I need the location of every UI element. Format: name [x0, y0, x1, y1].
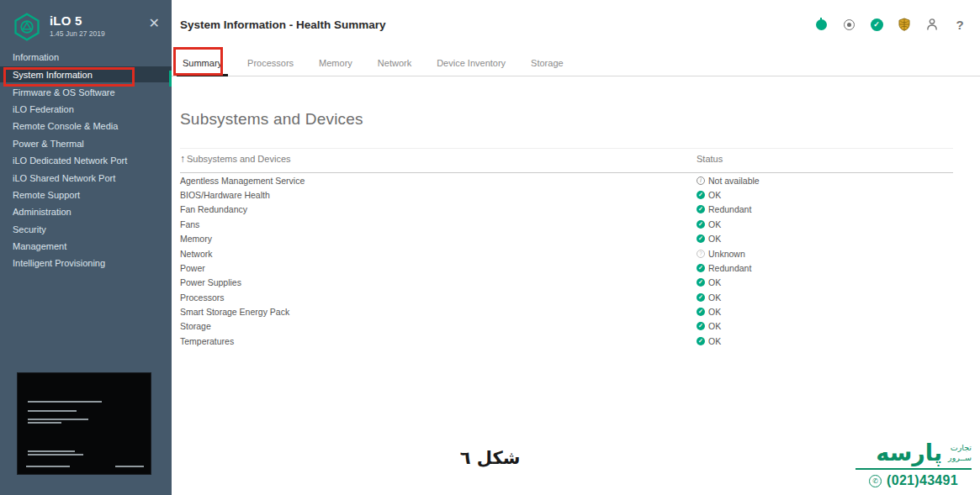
table-row-bios-hardware-health: BIOS/Hardware Health✓OK — [180, 187, 953, 202]
status-cell: ✓Redundant — [697, 204, 953, 214]
status-label: OK — [708, 234, 721, 244]
console-text-line — [28, 450, 75, 452]
sidebar-item-remote-console-media[interactable]: Remote Console & Media — [0, 118, 172, 134]
subsystem-name: Fans — [180, 217, 697, 231]
status-label: OK — [708, 219, 721, 229]
status-ok-icon: ✓ — [697, 264, 705, 272]
tab-summary[interactable]: Summary — [180, 50, 225, 76]
power-status-icon[interactable] — [814, 18, 828, 31]
console-text-line — [115, 466, 144, 467]
table-row-smart-storage-energy-pack: Smart Storage Energy Pack✓OK — [180, 304, 953, 319]
subsystem-name: BIOS/Hardware Health — [180, 187, 697, 202]
tab-memory[interactable]: Memory — [316, 50, 355, 76]
console-text-line — [28, 401, 102, 403]
section-title: Subsystems and Devices — [180, 110, 980, 129]
sidebar-item-information[interactable]: Information — [0, 49, 172, 66]
table-row-fans: Fans✓OK — [180, 217, 953, 231]
table-row-temperatures: Temperatures✓OK — [180, 334, 953, 348]
table-row-power-supplies: Power Supplies✓OK — [180, 276, 953, 290]
parse-server-logo: پارسه تجارت ســرور ✆ (021)43491 — [856, 440, 972, 488]
remote-console-thumbnail[interactable] — [17, 372, 151, 475]
tab-storage[interactable]: Storage — [528, 50, 566, 76]
tab-bar: SummaryProcessorsMemoryNetworkDevice Inv… — [172, 50, 980, 76]
subsystem-name: Network — [180, 246, 697, 261]
console-text-line — [28, 454, 83, 456]
status-cell: ✓OK — [697, 234, 953, 244]
subsystem-name: Fan Redundancy — [180, 203, 697, 217]
page-title: System Information - Health Summary — [180, 18, 386, 31]
tab-processors[interactable]: Processors — [245, 50, 296, 76]
status-label: Unknown — [708, 249, 745, 259]
subsystem-name: Storage — [180, 319, 697, 334]
security-shield-icon[interactable] — [898, 18, 911, 31]
status-label: OK — [708, 292, 721, 303]
status-cell: iNot available — [697, 176, 953, 186]
status-ok-icon: ✓ — [697, 293, 705, 302]
status-cell: ✓OK — [697, 219, 953, 229]
uid-indicator-icon[interactable] — [842, 18, 856, 31]
status-label: Redundant — [708, 263, 751, 273]
table-row-agentless-management-service: Agentless Management ServiceiNot availab… — [180, 173, 953, 188]
column-header-subsystems[interactable]: ↑Subsystems and Devices — [180, 149, 697, 173]
subsystems-table: ↑Subsystems and Devices Status Agentless… — [180, 148, 953, 349]
status-cell: ✓OK — [697, 336, 953, 346]
status-ok-icon: ✓ — [697, 234, 705, 243]
status-ok-icon: ✓ — [697, 308, 705, 316]
tab-device-inventory[interactable]: Device Inventory — [434, 50, 508, 76]
subsystem-name: Processors — [180, 290, 697, 304]
ilo5-app-window: iLO 5 1.45 Jun 27 2019 ✕ InformationSyst… — [0, 0, 980, 495]
status-label: OK — [708, 336, 721, 346]
health-ok-icon[interactable]: ✓ — [870, 18, 883, 31]
sidebar-item-system-information[interactable]: System Information — [0, 66, 172, 82]
sidebar-item-power-thermal[interactable]: Power & Thermal — [0, 135, 172, 152]
ilo-hexagon-logo-icon — [12, 12, 42, 42]
brand-tagline: تجارت ســرور — [948, 443, 972, 463]
sidebar-item-management[interactable]: Management — [0, 238, 172, 255]
status-cell: ?Unknown — [697, 249, 953, 259]
tab-network[interactable]: Network — [375, 50, 414, 76]
console-text-line — [28, 410, 77, 412]
phone-number: (021)43491 — [887, 473, 958, 488]
status-cell: ✓Redundant — [697, 263, 953, 273]
sidebar-item-ilo-dedicated-network-port[interactable]: iLO Dedicated Network Port — [0, 152, 172, 169]
sidebar-item-intelligent-provisioning[interactable]: Intelligent Provisioning — [0, 255, 172, 271]
status-ok-icon: ✓ — [697, 205, 705, 213]
table-row-storage: Storage✓OK — [180, 319, 953, 334]
console-text-line — [28, 419, 88, 420]
status-cell: ✓OK — [697, 190, 953, 200]
sidebar-item-ilo-shared-network-port[interactable]: iLO Shared Network Port — [0, 169, 172, 186]
status-label: Not available — [708, 176, 760, 186]
sidebar-item-remote-support[interactable]: Remote Support — [0, 187, 172, 203]
status-cell: ✓OK — [697, 277, 953, 287]
user-icon[interactable] — [925, 18, 939, 31]
sidebar: iLO 5 1.45 Jun 27 2019 ✕ InformationSyst… — [0, 0, 172, 495]
subsystem-name: Memory — [180, 232, 697, 246]
subsystem-name: Smart Storage Energy Pack — [180, 304, 697, 319]
sidebar-item-ilo-federation[interactable]: iLO Federation — [0, 101, 172, 118]
table-row-fan-redundancy: Fan Redundancy✓Redundant — [180, 203, 953, 217]
header-icon-bar: ✓ ? — [814, 18, 967, 31]
status-cell: ✓OK — [697, 292, 953, 303]
sidebar-item-administration[interactable]: Administration — [0, 203, 172, 220]
sidebar-header: iLO 5 1.45 Jun 27 2019 ✕ — [0, 0, 172, 50]
phone-icon: ✆ — [869, 475, 882, 487]
table-row-processors: Processors✓OK — [180, 290, 953, 304]
table-row-power: Power✓Redundant — [180, 261, 953, 275]
status-label: OK — [708, 307, 721, 317]
subsystem-name: Agentless Management Service — [180, 173, 697, 188]
brand-phone-row: ✆ (021)43491 — [856, 473, 972, 488]
console-text-line — [28, 422, 61, 424]
help-icon[interactable]: ? — [953, 18, 967, 31]
sidebar-item-firmware-os-software[interactable]: Firmware & OS Software — [0, 83, 172, 100]
console-text-line — [26, 466, 70, 467]
sidebar-item-security[interactable]: Security — [0, 221, 172, 238]
table-row-network: Network?Unknown — [180, 246, 953, 261]
subsystem-name: Temperatures — [180, 334, 697, 348]
subsystem-name: Power Supplies — [180, 276, 697, 290]
close-sidebar-icon[interactable]: ✕ — [149, 17, 160, 30]
status-ok-icon: ✓ — [697, 191, 705, 199]
column-header-status[interactable]: Status — [697, 149, 953, 173]
status-label: OK — [708, 190, 721, 200]
status-ok-icon: ✓ — [697, 337, 705, 345]
status-info-icon: i — [697, 176, 705, 185]
